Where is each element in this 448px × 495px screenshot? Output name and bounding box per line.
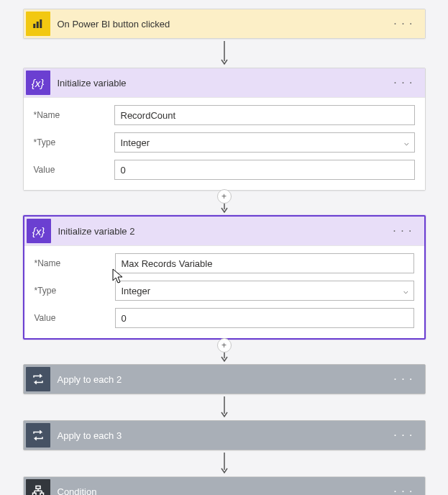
field-label: Value (34, 165, 106, 175)
init-variable-2-more-button[interactable]: · · · (388, 222, 416, 240)
connector-arrow[interactable]: + (221, 191, 228, 215)
init-variable-1-header[interactable]: {x} Initialize variable · · · (24, 68, 425, 97)
apply-each-2-header[interactable]: Apply to each 2 · · · (24, 365, 425, 394)
condition-more-button[interactable]: · · · (389, 482, 417, 495)
condition-icon (26, 479, 50, 495)
svg-rect-1 (36, 22, 38, 28)
condition-header[interactable]: Condition · · · (24, 477, 425, 495)
powerbi-icon (26, 12, 50, 36)
connector-arrow[interactable] (221, 450, 228, 476)
svg-rect-0 (33, 24, 35, 28)
trigger-more-button[interactable]: · · · (389, 14, 417, 33)
trigger-card[interactable]: On Power BI button clicked · · · (23, 9, 426, 39)
condition-card[interactable]: Condition · · · (23, 476, 426, 495)
apply-each-3-header[interactable]: Apply to each 3 · · · (24, 421, 425, 450)
loop-icon (26, 423, 50, 448)
connector-arrow[interactable] (221, 39, 228, 68)
init-variable-2-card[interactable]: {x} Initialize variable 2 · · · *Name *T… (23, 215, 426, 340)
svg-rect-8 (36, 486, 40, 489)
loop-icon (26, 367, 50, 391)
init-variable-2-body: *Name *Type ⌵ Value (24, 245, 424, 338)
apply-each-3-more-button[interactable]: · · · (389, 426, 417, 445)
type-select[interactable] (115, 281, 414, 301)
connector-arrow[interactable] (221, 394, 228, 420)
apply-each-2-title: Apply to each 2 (58, 374, 390, 385)
field-row-type: *Type ⌵ (34, 132, 415, 153)
field-row-value: Value (34, 160, 415, 180)
value-input[interactable] (115, 308, 414, 328)
init-variable-1-card[interactable]: {x} Initialize variable · · · *Name *Typ… (23, 68, 426, 191)
apply-each-3-card[interactable]: Apply to each 3 · · · (23, 420, 426, 450)
apply-each-2-card[interactable]: Apply to each 2 · · · (23, 364, 426, 394)
field-label: *Name (34, 110, 106, 120)
init-variable-1-title: Initialize variable (58, 78, 390, 88)
field-label: Value (35, 313, 106, 323)
name-input[interactable] (115, 253, 414, 273)
field-row-type: *Type ⌵ (35, 281, 414, 301)
trigger-header[interactable]: On Power BI button clicked · · · (24, 9, 425, 38)
add-step-button[interactable]: + (217, 189, 232, 204)
trigger-title: On Power BI button clicked (58, 19, 390, 29)
field-row-value: Value (35, 308, 414, 328)
field-label: *Type (34, 137, 106, 147)
apply-each-3-title: Apply to each 3 (58, 430, 390, 441)
apply-each-2-more-button[interactable]: · · · (389, 370, 417, 389)
init-variable-1-more-button[interactable]: · · · (389, 73, 417, 92)
value-input[interactable] (114, 160, 415, 180)
field-label: *Type (35, 286, 106, 296)
connector-arrow[interactable]: + (221, 340, 228, 364)
init-variable-1-body: *Name *Type ⌵ Value (24, 97, 425, 190)
condition-title: Condition (58, 486, 390, 496)
type-select[interactable] (114, 132, 415, 153)
field-label: *Name (35, 258, 106, 268)
add-step-button[interactable]: + (217, 338, 232, 353)
variable-icon: {x} (26, 71, 50, 95)
init-variable-2-title: Initialize variable 2 (58, 226, 389, 237)
field-row-name: *Name (34, 105, 415, 125)
variable-icon: {x} (27, 219, 51, 243)
init-variable-2-header[interactable]: {x} Initialize variable 2 · · · (24, 217, 424, 245)
flow-canvas: On Power BI button clicked · · · {x} Ini… (7, 9, 441, 495)
svg-rect-2 (40, 19, 42, 28)
field-row-name: *Name (35, 253, 414, 273)
name-input[interactable] (114, 105, 415, 125)
